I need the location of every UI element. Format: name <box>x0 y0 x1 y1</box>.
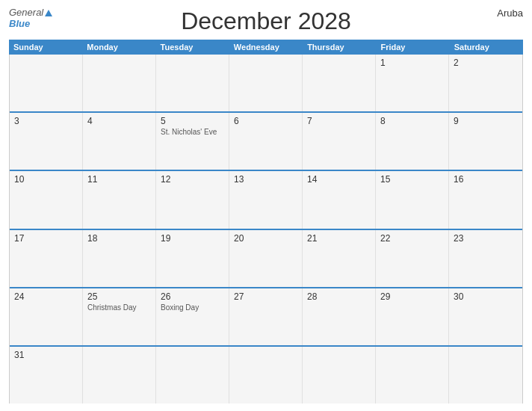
day-cell-w0d6: 2 <box>449 55 522 111</box>
logo-triangle-icon <box>45 10 52 16</box>
day-cell-w1d4: 7 <box>303 113 376 170</box>
logo-general-text: General <box>9 7 43 17</box>
day-cell-w3d3: 20 <box>229 230 303 287</box>
day-number: 24 <box>14 291 78 302</box>
day-cell-w3d6: 23 <box>449 230 522 287</box>
day-number: 20 <box>234 233 297 244</box>
day-cell-w5d6 <box>449 347 522 404</box>
day-cell-w0d0 <box>10 55 83 111</box>
day-number: 14 <box>307 174 371 185</box>
day-cell-w2d4: 14 <box>303 171 376 228</box>
day-cell-w5d4 <box>303 347 376 404</box>
day-number: 8 <box>380 116 444 126</box>
week-row-3: 17181920212223 <box>10 230 522 288</box>
day-header-friday: Friday <box>376 40 449 55</box>
day-number: 6 <box>234 116 297 126</box>
day-number: 21 <box>307 233 371 244</box>
day-cell-w0d5: 1 <box>376 55 449 111</box>
day-cell-w5d5 <box>376 347 449 404</box>
day-cell-w1d0: 3 <box>10 113 83 170</box>
week-row-2: 10111213141516 <box>10 171 522 229</box>
day-cell-w2d3: 13 <box>229 171 303 228</box>
day-number: 4 <box>87 116 151 126</box>
day-number: 1 <box>380 58 444 68</box>
country-label: Aruba <box>497 7 523 19</box>
day-header-monday: Monday <box>82 40 155 55</box>
calendar-container: General Blue December 2028 Aruba Sunday … <box>0 0 532 411</box>
day-cell-w3d0: 17 <box>10 230 83 287</box>
day-number: 19 <box>161 233 224 244</box>
day-header-tuesday: Tuesday <box>156 40 229 55</box>
logo-blue-text: Blue <box>9 18 30 29</box>
week-row-0: 12 <box>10 55 522 113</box>
day-number: 18 <box>87 233 151 244</box>
day-cell-w3d4: 21 <box>303 230 376 287</box>
day-cell-w4d3: 27 <box>229 288 303 345</box>
day-header-saturday: Saturday <box>450 40 523 55</box>
day-number: 28 <box>307 291 371 302</box>
day-cell-w4d2: 26Boxing Day <box>156 288 229 345</box>
day-cell-w0d1 <box>83 55 156 111</box>
day-cell-w2d1: 11 <box>83 171 156 228</box>
calendar-grid: 12345St. Nicholas' Eve678910111213141516… <box>9 55 523 404</box>
day-cell-w0d2 <box>156 55 229 111</box>
day-cell-w4d6: 30 <box>449 288 522 345</box>
holiday-name: Boxing Day <box>161 303 224 312</box>
day-number: 10 <box>14 174 78 185</box>
day-number: 2 <box>454 58 518 68</box>
day-cell-w3d2: 19 <box>156 230 229 287</box>
holiday-name: Christmas Day <box>87 303 151 312</box>
week-row-5: 31 <box>10 347 522 404</box>
day-cell-w5d0: 31 <box>10 347 83 404</box>
day-number: 26 <box>161 291 224 302</box>
day-number: 16 <box>454 174 518 185</box>
day-number: 25 <box>87 291 151 302</box>
day-number: 22 <box>380 233 444 244</box>
day-cell-w5d2 <box>156 347 229 404</box>
day-cell-w2d5: 15 <box>376 171 449 228</box>
day-cell-w1d1: 4 <box>83 113 156 170</box>
days-of-week-header: Sunday Monday Tuesday Wednesday Thursday… <box>9 40 523 55</box>
day-number: 11 <box>87 174 151 185</box>
day-cell-w1d6: 9 <box>449 113 522 170</box>
day-cell-w5d3 <box>229 347 303 404</box>
day-cell-w1d3: 6 <box>229 113 303 170</box>
day-number: 7 <box>307 116 371 126</box>
day-cell-w3d5: 22 <box>376 230 449 287</box>
day-cell-w0d4 <box>303 55 376 111</box>
day-number: 27 <box>234 291 297 302</box>
day-cell-w4d1: 25Christmas Day <box>83 288 156 345</box>
day-number: 29 <box>380 291 444 302</box>
day-cell-w3d1: 18 <box>83 230 156 287</box>
holiday-name: St. Nicholas' Eve <box>161 128 224 136</box>
day-number: 17 <box>14 233 78 244</box>
day-number: 30 <box>454 291 518 302</box>
day-cell-w4d5: 29 <box>376 288 449 345</box>
day-cell-w2d2: 12 <box>156 171 229 228</box>
day-cell-w1d5: 8 <box>376 113 449 170</box>
day-number: 9 <box>454 116 518 126</box>
day-header-wednesday: Wednesday <box>229 40 303 55</box>
day-number: 13 <box>234 174 297 185</box>
day-cell-w2d0: 10 <box>10 171 83 228</box>
day-number: 12 <box>161 174 224 185</box>
day-number: 31 <box>14 350 78 360</box>
day-cell-w5d1 <box>83 347 156 404</box>
month-title: December 2028 <box>181 7 351 35</box>
week-row-1: 345St. Nicholas' Eve6789 <box>10 113 522 171</box>
day-cell-w0d3 <box>229 55 303 111</box>
day-cell-w4d0: 24 <box>10 288 83 345</box>
logo: General Blue <box>9 7 52 29</box>
day-cell-w2d6: 16 <box>449 171 522 228</box>
day-cell-w1d2: 5St. Nicholas' Eve <box>156 113 229 170</box>
day-header-thursday: Thursday <box>303 40 376 55</box>
calendar-header: General Blue December 2028 Aruba <box>9 7 523 35</box>
day-header-sunday: Sunday <box>9 40 82 55</box>
day-number: 15 <box>380 174 444 185</box>
day-number: 3 <box>14 116 78 126</box>
day-number: 23 <box>454 233 518 244</box>
day-cell-w4d4: 28 <box>303 288 376 345</box>
week-row-4: 2425Christmas Day26Boxing Day27282930 <box>10 288 522 347</box>
day-number: 5 <box>161 116 224 126</box>
